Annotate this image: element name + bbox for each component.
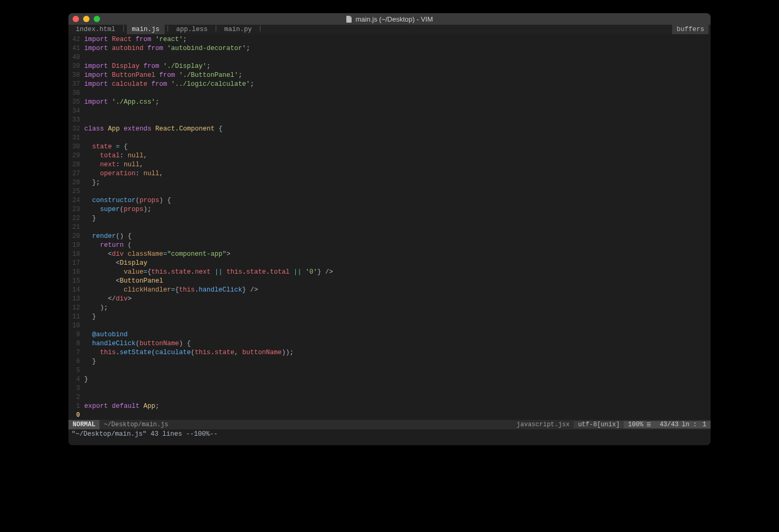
code-content[interactable]: <ButtonPanel	[84, 277, 163, 286]
code-line[interactable]: 24 constructor(props) {	[68, 196, 711, 205]
code-content[interactable]: render() {	[84, 232, 132, 241]
code-content[interactable]: import autobind from 'autobind-decorator…	[84, 44, 250, 53]
tabs-container: index.html|main.js|app.less|main.py|	[71, 25, 263, 34]
code-line[interactable]: 28 next: null,	[68, 160, 711, 169]
gutter-line-number: 39	[68, 62, 84, 71]
code-line[interactable]: 41import autobind from 'autobind-decorat…	[68, 44, 711, 53]
code-content[interactable]: next: null,	[84, 160, 144, 169]
code-line[interactable]: 33	[68, 116, 711, 125]
code-line[interactable]: 19 return (	[68, 241, 711, 250]
code-content[interactable]: export default App;	[84, 402, 159, 411]
code-line[interactable]: 12 );	[68, 304, 711, 313]
code-line[interactable]: 16 value={this.state.next || this.state.…	[68, 268, 711, 277]
code-line[interactable]: 40	[68, 53, 711, 62]
code-content[interactable]: value={this.state.next || this.state.tot…	[84, 268, 333, 277]
code-content[interactable]: constructor(props) {	[84, 196, 171, 205]
code-line[interactable]: 10	[68, 322, 711, 330]
code-line[interactable]: 30 state = {	[68, 143, 711, 152]
code-line[interactable]: 11 }	[68, 313, 711, 322]
gutter-line-number: 25	[68, 187, 84, 196]
code-line[interactable]: 13 </div>	[68, 295, 711, 304]
code-line[interactable]: 7 this.setState(calculate(this.state, bu…	[68, 348, 711, 357]
code-content[interactable]: return (	[84, 241, 132, 250]
tab-separator: |	[257, 25, 264, 34]
code-line[interactable]: 22 }	[68, 214, 711, 223]
tab-index-html[interactable]: index.html	[71, 25, 121, 34]
code-content[interactable]: <Display	[84, 259, 147, 268]
gutter-line-number: 35	[68, 98, 84, 107]
code-line[interactable]: 3	[68, 384, 711, 393]
code-line[interactable]: 38import ButtonPanel from './ButtonPanel…	[68, 71, 711, 80]
status-position: 43/43 ln : 1	[655, 421, 711, 428]
code-line[interactable]: 26 };	[68, 178, 711, 187]
code-content[interactable]: import calculate from '../logic/calculat…	[84, 80, 254, 89]
code-line[interactable]: 9 @autobind	[68, 330, 711, 339]
code-line[interactable]: 37import calculate from '../logic/calcul…	[68, 80, 711, 89]
titlebar[interactable]: main.js (~/Desktop) - VIM	[68, 13, 711, 25]
code-line[interactable]: 18 <div className="component-app">	[68, 250, 711, 259]
code-line[interactable]: 6 }	[68, 357, 711, 366]
code-line[interactable]: 35import './App.css';	[68, 98, 711, 107]
code-line[interactable]: 17 <Display	[68, 259, 711, 268]
code-line[interactable]: 36	[68, 89, 711, 98]
code-line[interactable]: 21	[68, 223, 711, 232]
minimize-icon[interactable]	[83, 16, 89, 22]
code-line[interactable]: 14 clickHandler={this.handleClick} />	[68, 286, 711, 295]
code-content[interactable]: import Display from './Display';	[84, 62, 211, 71]
status-percent-value: 100%	[628, 421, 643, 428]
code-line[interactable]: 15 <ButtonPanel	[68, 277, 711, 286]
gutter-line-number: 6	[68, 357, 84, 366]
code-content[interactable]: }	[84, 375, 88, 384]
code-line[interactable]: 31	[68, 134, 711, 143]
gutter-cursor-line: 0	[68, 411, 84, 420]
code-content[interactable]: }	[84, 313, 96, 322]
code-line-cursor[interactable]: 0	[68, 411, 711, 420]
code-line[interactable]: 8 handleClick(buttonName) {	[68, 339, 711, 348]
code-line[interactable]: 42import React from 'react';	[68, 35, 711, 44]
code-line[interactable]: 27 operation: null,	[68, 169, 711, 178]
code-content[interactable]: }	[84, 214, 96, 223]
code-line[interactable]: 1export default App;	[68, 402, 711, 411]
maximize-icon[interactable]	[94, 16, 100, 22]
code-line[interactable]: 39import Display from './Display';	[68, 62, 711, 71]
tab-app-less[interactable]: app.less	[171, 25, 213, 34]
code-line[interactable]: 23 super(props);	[68, 205, 711, 214]
code-content[interactable]: }	[84, 357, 96, 366]
tabbar: index.html|main.js|app.less|main.py| buf…	[68, 25, 711, 34]
code-line[interactable]: 4}	[68, 375, 711, 384]
code-content[interactable]: import './App.css';	[84, 98, 159, 107]
code-content[interactable]: <div className="component-app">	[84, 250, 231, 259]
code-content[interactable]: this.setState(calculate(this.state, butt…	[84, 348, 294, 357]
code-content[interactable]: handleClick(buttonName) {	[84, 339, 191, 348]
gutter-line-number: 33	[68, 116, 84, 125]
buffers-label[interactable]: buffers	[672, 25, 708, 34]
code-content[interactable]: import React from 'react';	[84, 35, 187, 44]
traffic-lights	[73, 16, 100, 22]
code-content[interactable]: class App extends React.Component {	[84, 125, 223, 134]
code-content[interactable]: clickHandler={this.handleClick} />	[84, 286, 258, 295]
code-content[interactable]: super(props);	[84, 205, 152, 214]
gutter-line-number: 37	[68, 80, 84, 89]
code-content[interactable]: operation: null,	[84, 169, 163, 178]
code-line[interactable]: 29 total: null,	[68, 152, 711, 160]
command-line[interactable]: "~/Desktop/main.js" 43 lines --100%--	[68, 429, 711, 445]
code-line[interactable]: 5	[68, 366, 711, 375]
close-icon[interactable]	[73, 16, 79, 22]
code-content[interactable]: import ButtonPanel from './ButtonPanel';	[84, 71, 242, 80]
code-content[interactable]: total: null,	[84, 152, 147, 160]
code-line[interactable]: 34	[68, 107, 711, 116]
code-content[interactable]: @autobind	[84, 330, 128, 339]
code-content[interactable]: );	[84, 304, 108, 313]
code-line[interactable]: 2	[68, 393, 711, 402]
code-content[interactable]: state = {	[84, 143, 128, 152]
editor-area[interactable]: 42import React from 'react';41import aut…	[68, 34, 711, 420]
code-line[interactable]: 20 render() {	[68, 232, 711, 241]
code-content[interactable]: </div>	[84, 295, 132, 304]
tab-main-py[interactable]: main.py	[219, 25, 257, 34]
code-content[interactable]: };	[84, 178, 100, 187]
code-line[interactable]: 25	[68, 187, 711, 196]
code-line[interactable]: 32class App extends React.Component {	[68, 125, 711, 134]
tab-separator: |	[213, 25, 219, 34]
gutter-line-number: 1	[68, 402, 84, 411]
tab-main-js[interactable]: main.js	[127, 25, 165, 34]
